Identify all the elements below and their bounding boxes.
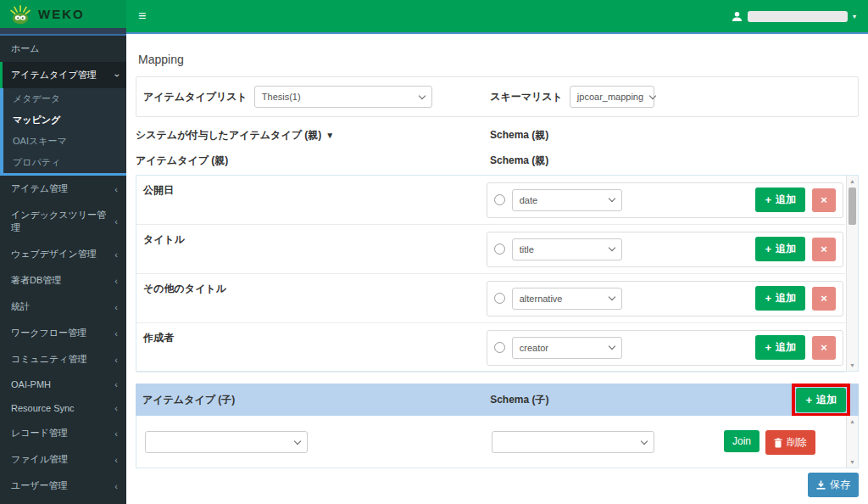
sidebar-item-resource-sync[interactable]: Resource Sync ‹ [0, 396, 126, 420]
remove-button[interactable]: × [812, 238, 836, 261]
scrollbar[interactable]: ▲ ▼ [846, 176, 858, 371]
sidebar-toggle-button[interactable]: ≡ [126, 8, 158, 24]
brand-text: WEKO [38, 7, 85, 21]
itemtype-parent-header: アイテムタイプ (親) [136, 154, 490, 168]
remove-button[interactable]: × [812, 188, 836, 212]
sidebar-item-user-management[interactable]: ユーザー管理 ‹ [0, 473, 126, 499]
add-button[interactable]: + 追加 [755, 335, 805, 360]
join-button[interactable]: Join [724, 430, 760, 452]
mapping-row-publish-date: 公開日 date + 追加 × [136, 176, 845, 225]
sidebar-item-oai-pmh[interactable]: OAI-PMH ‹ [0, 372, 126, 396]
plus-icon: + [765, 292, 771, 305]
schema-list-value: jpcoar_mapping [577, 92, 643, 102]
sidebar-item-label: ユーザー管理 [11, 479, 68, 492]
remove-button[interactable]: × [812, 336, 836, 360]
scroll-up-icon[interactable]: ▲ [847, 178, 858, 184]
add-button[interactable]: + 追加 [755, 237, 805, 261]
schema-select-value: alternative [520, 294, 563, 304]
sidebar-item-workflow[interactable]: ワークフロー管理 ‹ [0, 320, 126, 346]
sidebar-item-file-management[interactable]: ファイル管理 ‹ [0, 446, 126, 473]
scrollbar[interactable]: ▲ ▼ [846, 416, 858, 468]
save-icon [816, 480, 826, 490]
sidebar-item-label: 著者DB管理 [11, 274, 61, 287]
chevron-down-icon [294, 437, 301, 444]
sidebar-item-index-tree[interactable]: インデックスツリー管理 ‹ [0, 202, 126, 241]
annotation-highlight-box: + 追加 [792, 384, 850, 417]
page-title: Mapping [138, 53, 868, 66]
sidebar-item-label: プロパティ [13, 157, 60, 167]
sidebar-item-label: ホーム [11, 42, 40, 55]
schema-parent-header: Schema (親) [490, 128, 859, 143]
itemtype-parent-label: アイテムタイプ (親) [136, 154, 228, 168]
chevron-left-icon: ‹ [114, 481, 118, 491]
logo-strip [0, 28, 126, 36]
mapping-card: title + 追加 × [487, 232, 843, 267]
scroll-down-icon[interactable]: ▼ [847, 459, 858, 465]
sidebar-item-web-design[interactable]: ウェブデザイン管理 ‹ [0, 241, 126, 267]
chevron-down-icon [608, 244, 615, 251]
scroll-up-icon[interactable]: ▲ [847, 418, 858, 424]
add-child-button[interactable]: + 追加 [796, 388, 846, 412]
chevron-left-icon: ‹ [114, 276, 118, 286]
sidebar-item-statistics[interactable]: 統計 ‹ [0, 294, 126, 320]
user-icon [732, 11, 743, 22]
add-button[interactable]: + 追加 [755, 188, 805, 212]
sidebar-item-label: ワークフロー管理 [11, 327, 86, 339]
sidebar-item-author-db[interactable]: 著者DB管理 ‹ [0, 267, 126, 294]
schema-list-group: スキーマリスト jpcoar_mapping [490, 86, 851, 108]
schema-select[interactable]: date [512, 189, 622, 211]
sidebar-item-oai-schema[interactable]: OAIスキーマ [3, 131, 126, 152]
save-row: 保存 [136, 473, 859, 497]
sidebar-item-mapping[interactable]: マッピング [3, 109, 126, 131]
sidebar: ホーム アイテムタイプ管理 ‹ メタデータ マッピング OAIスキーマ プロパテ… [0, 36, 126, 504]
sidebar-item-home[interactable]: ホーム [0, 36, 126, 62]
sidebar-item-community[interactable]: コミュニティ管理 ‹ [0, 346, 126, 372]
schema-select[interactable]: creator [512, 337, 622, 359]
chevron-down-icon [640, 437, 647, 444]
chevron-left-icon: ‹ [114, 355, 118, 365]
caret-down-icon: ▾ [853, 13, 856, 20]
schema-select[interactable]: title [512, 238, 622, 260]
add-child-button-label: 追加 [816, 393, 837, 407]
user-name-redacted [748, 11, 848, 22]
sidebar-item-label: OAIスキーマ [13, 136, 67, 146]
top-navbar: ≡ ▾ [126, 0, 868, 34]
add-button[interactable]: + 追加 [755, 286, 805, 311]
sidebar-item-record-management[interactable]: レコード管理 ‹ [0, 420, 126, 446]
scroll-down-icon[interactable]: ▼ [847, 362, 858, 368]
mapping-row-alternative-title: その他のタイトル alternative + 追加 × [136, 274, 845, 323]
sidebar-item-label: レコード管理 [11, 427, 68, 440]
system-itemtype-toggle[interactable]: システムが付与したアイテムタイプ (親) ▼ [136, 128, 490, 143]
chevron-down-icon [608, 294, 615, 300]
save-button-label: 保存 [830, 478, 850, 492]
remove-button[interactable]: × [812, 287, 836, 311]
plus-icon: + [805, 394, 812, 406]
save-button[interactable]: 保存 [808, 473, 859, 497]
sidebar-item-label: アイテムタイプ管理 [11, 69, 97, 81]
radio-button[interactable] [494, 293, 505, 304]
child-section-body: Join 削除 ▲ ▼ [136, 416, 859, 468]
sidebar-item-property[interactable]: プロパティ [3, 152, 126, 173]
sidebar-item-settings[interactable]: 設定 ‹ [0, 499, 126, 504]
plus-icon: + [765, 341, 771, 354]
radio-button[interactable] [494, 194, 505, 205]
schema-list-select[interactable]: jpcoar_mapping [570, 86, 654, 108]
schema-child-select[interactable] [492, 431, 654, 453]
mapping-row-title: タイトル title + 追加 × [136, 225, 845, 274]
sidebar-item-item-management[interactable]: アイテム管理 ‹ [0, 176, 126, 202]
close-icon: × [821, 193, 827, 206]
sidebar-item-label: インデックスツリー管理 [11, 209, 114, 234]
delete-button[interactable]: 削除 [765, 430, 815, 455]
schema-list-label: スキーマリスト [490, 90, 563, 104]
radio-button[interactable] [494, 244, 505, 255]
radio-button[interactable] [494, 342, 505, 353]
app-logo[interactable]: WEKO [0, 0, 126, 28]
sidebar-item-itemtype-management[interactable]: アイテムタイプ管理 ‹ [0, 62, 126, 88]
delete-button-label: 削除 [787, 435, 807, 450]
sidebar-item-metadata[interactable]: メタデータ [3, 88, 126, 109]
schema-select[interactable]: alternative [512, 288, 622, 310]
scrollbar-thumb[interactable] [849, 188, 856, 225]
item-type-list-select[interactable]: Thesis(1) [254, 86, 432, 108]
user-menu[interactable]: ▾ [732, 11, 868, 22]
itemtype-child-select[interactable] [145, 431, 308, 453]
